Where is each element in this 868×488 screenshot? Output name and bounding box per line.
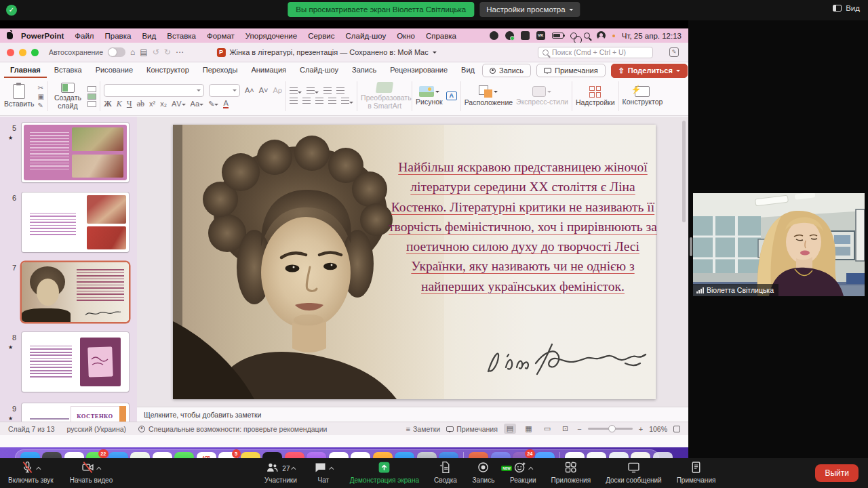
zoom-out-button[interactable]: −: [577, 425, 581, 433]
superscript-button[interactable]: x²: [149, 100, 155, 108]
slide-thumbnail-8[interactable]: 8★: [0, 332, 137, 397]
slide-thumbnail-6[interactable]: 6: [0, 192, 137, 258]
menu-item-справка[interactable]: Справка: [420, 32, 462, 40]
reading-view-button[interactable]: ▭: [541, 424, 553, 434]
menu-item-сервис[interactable]: Сервис: [302, 32, 340, 40]
summary-button[interactable]: Сводка: [434, 461, 457, 484]
increase-indent-button[interactable]: [336, 87, 344, 96]
share-compose-icon[interactable]: ✎: [669, 47, 679, 57]
apple-menu-icon[interactable]: [7, 32, 13, 39]
kerning-button[interactable]: АV: [172, 100, 186, 108]
call-icon[interactable]: [490, 31, 498, 40]
decrease-indent-button[interactable]: [323, 87, 332, 96]
font-size-select[interactable]: [209, 84, 240, 97]
view-button[interactable]: Вид: [833, 4, 860, 12]
clear-format-button[interactable]: Аρ: [273, 86, 283, 94]
italic-button[interactable]: К: [117, 99, 122, 109]
panel-collapse-handle[interactable]: [690, 237, 692, 256]
menu-item-упорядочение[interactable]: Упорядочение: [240, 32, 302, 40]
tab-слайд-шоу[interactable]: Слайд-шоу: [294, 63, 344, 78]
menu-item-вставка[interactable]: Вставка: [161, 32, 201, 40]
zoom-level[interactable]: 106%: [649, 425, 667, 433]
menu-item-вид[interactable]: Вид: [136, 32, 161, 40]
telegram-icon[interactable]: [505, 31, 514, 40]
text-box-button[interactable]: A: [446, 92, 457, 100]
font-name-select[interactable]: [104, 84, 204, 97]
zoom-window-button[interactable]: [31, 49, 39, 56]
share-button[interactable]: ⇧ Поделиться: [611, 64, 688, 78]
tab-главная[interactable]: Главная: [4, 63, 47, 78]
layout-option-icon[interactable]: [87, 101, 96, 107]
start-video-button[interactable]: Начать видео: [70, 461, 113, 484]
bold-button[interactable]: Ж: [104, 99, 112, 109]
home-icon[interactable]: ⌂: [130, 47, 135, 57]
menu-item-формат[interactable]: Формат: [201, 32, 240, 40]
underline-button[interactable]: Ч: [127, 99, 132, 109]
quick-styles-button[interactable]: Экспресс-стили: [516, 86, 568, 106]
redo-icon[interactable]: ↻: [164, 47, 171, 57]
numbered-list-button[interactable]: [307, 87, 319, 96]
paste-button[interactable]: Вставить: [4, 84, 35, 108]
subscript-button[interactable]: x₂: [160, 100, 167, 108]
close-window-button[interactable]: [7, 49, 14, 56]
menu-bar-clock[interactable]: Чт, 25 апр. 12:13: [622, 32, 682, 40]
tab-вид[interactable]: Вид: [455, 63, 481, 78]
tab-рисование[interactable]: Рисование: [90, 63, 139, 78]
record-button[interactable]: Запись: [482, 64, 531, 77]
unmute-button[interactable]: Включить звук: [8, 461, 54, 484]
slide-thumbnail-image[interactable]: [22, 262, 129, 322]
increase-font-button[interactable]: А˄: [245, 86, 254, 94]
align-right-button[interactable]: [315, 98, 323, 106]
accessibility-check[interactable]: Специальные возможности: проверьте реком…: [138, 425, 327, 433]
slide-body-text[interactable]: Найбільш яскравою представницею жіночої …: [389, 157, 657, 296]
save-icon[interactable]: ▤: [140, 47, 147, 57]
battery-icon[interactable]: [552, 33, 564, 39]
slide-thumbnail-image[interactable]: [22, 332, 129, 392]
link-icon[interactable]: [570, 33, 577, 39]
minimize-window-button[interactable]: [19, 49, 26, 56]
apps-button[interactable]: Приложения: [551, 461, 591, 484]
menu-item-окно[interactable]: Окно: [391, 32, 420, 40]
chat-button[interactable]: Чат: [312, 461, 335, 484]
slide-thumbnail-9[interactable]: 9★ КОСТЕНКО: [0, 403, 137, 422]
tab-вставка[interactable]: Вставка: [48, 63, 88, 78]
addins-button[interactable]: Надстройки: [576, 86, 615, 107]
notes-pane[interactable]: Щелкните, чтобы добавить заметки: [137, 407, 688, 422]
account-icon[interactable]: [597, 31, 606, 40]
slide-thumbnail-image[interactable]: КОСТЕНКО: [22, 403, 129, 422]
change-case-button[interactable]: Аа: [191, 100, 204, 108]
tab-конструктор[interactable]: Конструктор: [140, 63, 195, 78]
designer-button[interactable]: Конструктор: [623, 86, 663, 106]
layout-option-icon[interactable]: [87, 86, 96, 92]
zoom-slider[interactable]: [588, 428, 633, 430]
tab-анимация[interactable]: Анимация: [245, 63, 292, 78]
highlight-color-button[interactable]: ✎: [208, 100, 218, 108]
menu-item-слайд-шоу[interactable]: Слайд-шоу: [340, 32, 392, 40]
cut-button[interactable]: ✂: [38, 84, 44, 92]
more-icon[interactable]: ⋯: [176, 47, 184, 57]
whiteboards-button[interactable]: Доски сообщений: [606, 461, 662, 484]
slideshow-button[interactable]: ⊡: [559, 424, 571, 434]
app-status-icon[interactable]: [521, 31, 530, 40]
chevron-down-icon[interactable]: [433, 52, 437, 56]
chevron-up-icon[interactable]: [97, 466, 102, 471]
line-spacing-button[interactable]: [341, 98, 353, 106]
new-slide-button[interactable]: Создать слайд: [52, 83, 84, 110]
slide-editor[interactable]: Найбільш яскравою представницею жіночої …: [137, 117, 688, 407]
current-slide[interactable]: Найбільш яскравою представницею жіночої …: [173, 125, 656, 399]
view-settings-button[interactable]: Настройки просмотра: [479, 2, 580, 17]
chevron-up-icon[interactable]: [37, 466, 41, 471]
search-field[interactable]: Поиск (Cmd + Ctrl + U): [538, 47, 653, 58]
insert-picture-button[interactable]: Рисунок: [416, 86, 443, 106]
layout-option-icon[interactable]: [87, 94, 96, 100]
editor-scrollbar[interactable]: [682, 121, 686, 222]
align-left-button[interactable]: [290, 98, 298, 106]
menu-item-файл[interactable]: Файл: [69, 32, 99, 40]
slide-thumbnail-image[interactable]: [22, 192, 129, 252]
search-icon[interactable]: [584, 33, 590, 39]
copy-button[interactable]: ▣: [38, 93, 44, 100]
language-indicator[interactable]: русский (Украина): [67, 425, 127, 433]
slide-thumbnail-7[interactable]: 7: [0, 262, 137, 327]
tab-рецензирование[interactable]: Рецензирование: [384, 63, 454, 78]
decrease-font-button[interactable]: А˅: [259, 86, 269, 94]
